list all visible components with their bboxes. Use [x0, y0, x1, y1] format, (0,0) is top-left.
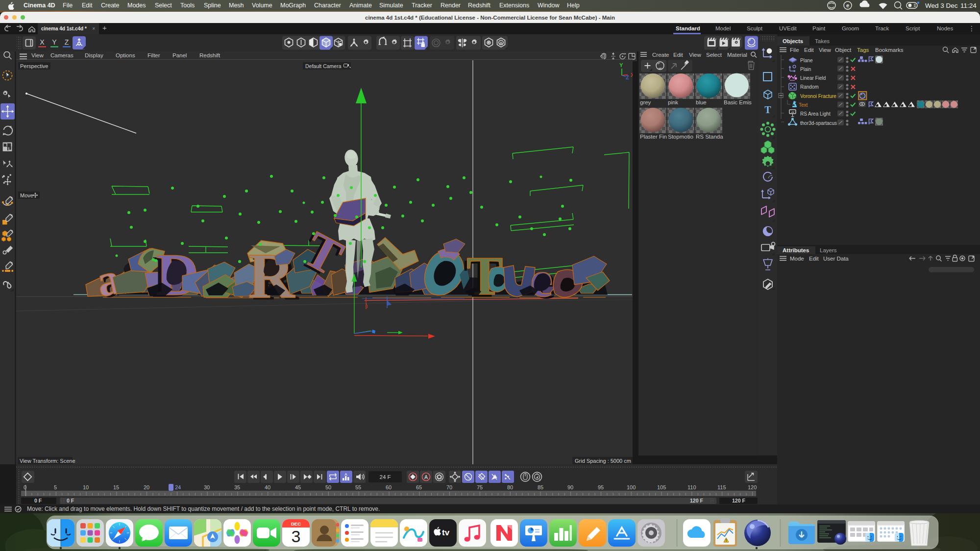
svg-text:10: 10	[83, 484, 89, 490]
svg-text:5: 5	[54, 484, 57, 490]
svg-text:120 F: 120 F	[732, 498, 745, 503]
svg-text:RS Standa: RS Standa	[696, 134, 723, 140]
svg-text:11:24: 11:24	[960, 2, 977, 9]
svg-text:X: X	[40, 38, 45, 46]
svg-text:grey: grey	[640, 99, 651, 105]
svg-text:120 F: 120 F	[690, 498, 703, 503]
svg-text:Default Camera: Default Camera	[305, 63, 342, 69]
svg-text:50: 50	[325, 484, 331, 490]
svg-text:Objects: Objects	[783, 38, 803, 44]
svg-text:Z: Z	[626, 74, 629, 80]
svg-text:blue: blue	[696, 99, 707, 105]
svg-text:Linear Field: Linear Field	[800, 75, 826, 81]
svg-text:A: A	[499, 40, 503, 46]
svg-text:45: 45	[295, 484, 301, 490]
svg-text:!: !	[726, 539, 727, 542]
svg-text:Grid Spacing : 5000 cm: Grid Spacing : 5000 cm	[575, 458, 631, 464]
svg-text:Text: Text	[799, 102, 808, 108]
svg-text:105: 105	[657, 484, 666, 490]
svg-text:e: e	[846, 2, 849, 8]
svg-text:T: T	[764, 104, 771, 115]
svg-text:View Transform: Scene: View Transform: Scene	[20, 458, 75, 464]
svg-text:View: View	[689, 52, 701, 58]
svg-text:Layers: Layers	[820, 247, 837, 253]
svg-text:Y: Y	[619, 62, 623, 68]
svg-text:Perspective: Perspective	[20, 63, 48, 69]
svg-text:Y: Y	[52, 38, 57, 46]
svg-text:Material: Material	[727, 52, 747, 58]
svg-text:75: 75	[477, 484, 483, 490]
svg-text:Z: Z	[65, 38, 69, 46]
svg-text:24: 24	[175, 484, 181, 490]
svg-text:85: 85	[538, 484, 543, 490]
svg-text:80: 80	[507, 484, 513, 490]
svg-text:Edit: Edit	[804, 47, 814, 53]
svg-text:Tags: Tags	[857, 47, 869, 53]
svg-text:Stopmotio: Stopmotio	[668, 134, 693, 140]
svg-text:Voronoi Fracture: Voronoi Fracture	[800, 94, 836, 99]
svg-text:Create: Create	[652, 52, 669, 58]
svg-text:Random: Random	[800, 84, 819, 90]
svg-text:Plain: Plain	[800, 67, 811, 72]
svg-text:File: File	[790, 47, 799, 53]
svg-text:120: 120	[748, 484, 757, 490]
svg-text:Takes: Takes	[815, 38, 830, 44]
svg-text:0 F: 0 F	[34, 498, 42, 503]
svg-text:Bookmarks: Bookmarks	[875, 47, 904, 53]
svg-text:40: 40	[265, 484, 270, 490]
svg-text:thor3d-spartacus: thor3d-spartacus	[800, 120, 837, 126]
svg-text:3: 3	[292, 527, 301, 546]
svg-text:0 F: 0 F	[67, 498, 74, 503]
svg-text:Edit: Edit	[673, 52, 684, 58]
svg-text:Basic Emis: Basic Emis	[724, 99, 752, 105]
svg-text:60: 60	[386, 484, 392, 490]
svg-text:100: 100	[627, 484, 636, 490]
svg-text:15: 15	[113, 484, 119, 490]
svg-text:55: 55	[355, 484, 361, 490]
svg-text:pink: pink	[668, 99, 678, 105]
svg-text:RS Area Light: RS Area Light	[800, 111, 831, 117]
svg-text:Plane: Plane	[800, 58, 813, 63]
svg-text:30: 30	[204, 484, 210, 490]
svg-text:70: 70	[446, 484, 452, 490]
svg-text:95: 95	[598, 484, 604, 490]
svg-text:Select: Select	[706, 52, 722, 58]
svg-text:Edit: Edit	[809, 256, 819, 262]
svg-text:Plaster Fin: Plaster Fin	[640, 134, 667, 140]
svg-text:115: 115	[717, 484, 726, 490]
svg-text:Mode: Mode	[790, 256, 804, 262]
svg-text:110: 110	[687, 484, 696, 490]
svg-text:65: 65	[416, 484, 422, 490]
svg-text:X: X	[631, 72, 633, 78]
svg-text:Wed 3 Dec: Wed 3 Dec	[925, 2, 958, 9]
svg-text:A: A	[424, 474, 428, 480]
svg-text:35: 35	[234, 484, 240, 490]
svg-text:User Data: User Data	[823, 256, 849, 262]
svg-text:Move: Move	[20, 192, 33, 198]
svg-text:Attributes: Attributes	[783, 247, 809, 253]
svg-text:A: A	[344, 472, 347, 477]
svg-text:tv: tv	[442, 528, 450, 537]
svg-text:90: 90	[567, 484, 573, 490]
svg-text:DEC: DEC	[291, 521, 301, 527]
svg-text:Object: Object	[835, 47, 852, 53]
svg-text:20: 20	[144, 484, 149, 490]
svg-text:24 F: 24 F	[379, 474, 391, 480]
svg-text:View: View	[819, 47, 831, 53]
